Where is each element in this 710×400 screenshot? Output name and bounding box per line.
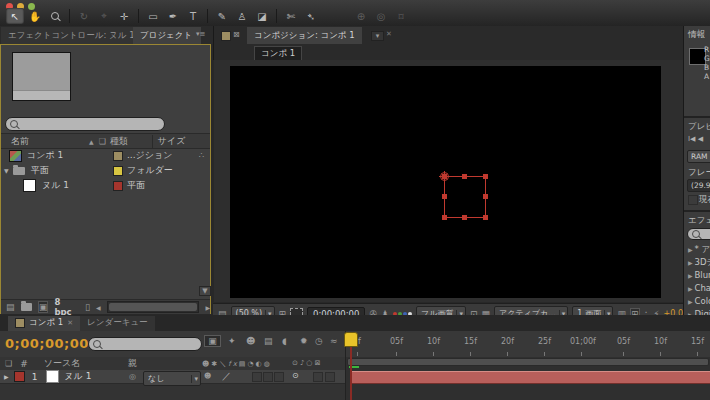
scroll-right-icon[interactable]: ▶	[205, 304, 210, 311]
sort-asc-icon[interactable]: ▲	[89, 138, 94, 145]
effects-category[interactable]: ▶ Colo	[688, 296, 710, 306]
column-type[interactable]: 種類	[110, 135, 128, 148]
current-time-indicator-handle[interactable]	[344, 332, 358, 347]
zoom-tool-icon[interactable]	[46, 8, 64, 24]
tab-effect-controls[interactable]: エフェクトコントロール: ヌル 1	[1, 27, 133, 44]
project-row-comp1[interactable]: コンポ 1 ...ジション ∴	[1, 148, 210, 163]
tab-preview[interactable]: プレビ	[688, 121, 710, 133]
layer-expand-icon[interactable]: ▶	[4, 373, 9, 380]
framerate-value-dropdown[interactable]: (29.97	[687, 179, 710, 192]
quality-switch-icon[interactable]: ／	[222, 370, 231, 383]
layer-row-null1[interactable]: ▶ 1 ヌル 1 ◎ なし▾ ☻ ／ ⊙	[0, 370, 345, 384]
eraser-tool-icon[interactable]: ◪	[253, 8, 271, 24]
interpret-footage-icon[interactable]: ▤	[6, 302, 15, 312]
tab-composition[interactable]: コンポジション: コンポ 1	[247, 27, 362, 44]
parent-dropdown[interactable]: なし▾	[143, 371, 201, 386]
project-column-header[interactable]: 名前 ▲ ❏ 種類 サイズ	[1, 133, 210, 149]
item-name[interactable]: コンポ 1	[27, 149, 63, 162]
new-composition-icon[interactable]: ▣	[38, 301, 49, 313]
switch-cell[interactable]	[252, 372, 262, 382]
item-name[interactable]: 平面	[31, 164, 49, 177]
tab-timeline-comp1[interactable]: コンポ 1 ✕	[8, 316, 80, 331]
project-search-input[interactable]	[5, 117, 165, 131]
column-size[interactable]: サイズ	[152, 135, 186, 148]
tab-info[interactable]: 情報	[688, 29, 705, 41]
effects-category[interactable]: ▶ * アニ	[688, 244, 710, 256]
graph-editor-icon[interactable]: ≈	[330, 336, 338, 346]
trash-icon[interactable]: ▯	[85, 302, 90, 312]
parent-pickwhip-icon[interactable]: ◎	[129, 372, 136, 381]
frame-blend-icon[interactable]: ▤	[264, 336, 273, 346]
bit-depth-button[interactable]: 8 bpc	[54, 297, 79, 317]
shy-layers-icon[interactable]: ☻	[246, 336, 255, 346]
layer-label-swatch[interactable]	[14, 371, 25, 382]
handle[interactable]	[483, 215, 488, 220]
handle[interactable]	[442, 215, 447, 220]
handle[interactable]	[462, 215, 467, 220]
timeline-column-header[interactable]: ❏ # ソース名 親 ☻✱＼fx▤◔◐◍ ⊙♪○⊠	[0, 357, 345, 371]
column-parent[interactable]: 親	[128, 357, 137, 370]
handle[interactable]	[483, 174, 488, 179]
project-row-solids-folder[interactable]: ▼ 平面 フォルダー	[1, 163, 210, 178]
column-number[interactable]: #	[20, 359, 28, 369]
label-color-swatch[interactable]	[113, 166, 123, 176]
scrollbar-down-icon[interactable]: ▼	[199, 286, 211, 296]
motion-blur-icon[interactable]: ◖	[282, 336, 287, 346]
scroll-left-icon[interactable]: ◀	[96, 304, 101, 311]
pan-behind-tool-icon[interactable]: ✛	[115, 8, 133, 24]
column-name[interactable]: 名前	[11, 135, 29, 148]
handle[interactable]	[462, 174, 467, 179]
current-time-indicator-line[interactable]	[350, 344, 352, 400]
effects-category[interactable]: ▶ 3Dチ	[688, 257, 710, 269]
shy-switch-icon[interactable]: ☻	[204, 372, 211, 380]
switch-cell[interactable]	[274, 372, 284, 382]
from-current-time-checkbox[interactable]	[688, 195, 698, 205]
anchor-point-icon[interactable]	[440, 172, 449, 181]
horizontal-scrollbar[interactable]	[107, 301, 200, 313]
time-ruler[interactable]: 0f 05f 10f 15f 20f 25f 01;00f 05f 10f 15…	[345, 331, 710, 357]
mask-shape-tool-icon[interactable]: ▭	[144, 8, 162, 24]
comp-tab-close-icon[interactable]: ✕	[386, 30, 392, 38]
transport-controls-icon[interactable]: Ⅰ◀ ◀	[688, 135, 703, 143]
comp-tab-dropdown-icon[interactable]: ▾	[371, 31, 384, 41]
selection-tool-icon[interactable]: ↖	[6, 8, 24, 24]
brainstorm-icon[interactable]: ✹	[300, 336, 308, 346]
label-color-swatch[interactable]	[113, 181, 123, 191]
auto-keyframe-icon[interactable]: ◷	[315, 336, 323, 346]
draft-3d-icon[interactable]: ✦	[228, 336, 236, 346]
expand-arrow-icon[interactable]: ▼	[4, 167, 9, 174]
label-color-swatch[interactable]	[113, 151, 123, 161]
handle[interactable]	[442, 194, 447, 199]
timeline-search-input[interactable]	[88, 337, 202, 351]
av-cell[interactable]	[313, 372, 323, 382]
effects-search-input[interactable]	[687, 228, 710, 240]
camera-tool-icon[interactable]: ⌖	[95, 8, 113, 24]
project-row-null1[interactable]: ヌル 1 平面	[1, 178, 210, 193]
switch-cell[interactable]	[263, 372, 273, 382]
puppet-pin-tool-icon[interactable]: ➴	[302, 8, 320, 24]
roto-brush-tool-icon[interactable]: ✄	[282, 8, 300, 24]
null-object-selection[interactable]	[444, 176, 486, 218]
ram-preview-button[interactable]: RAM	[687, 150, 710, 163]
rotation-tool-icon[interactable]: ↻	[75, 8, 93, 24]
panel-menu-icon[interactable]: ▾≡	[196, 30, 205, 38]
layer-duration-bar[interactable]	[352, 371, 710, 384]
work-area-bar[interactable]	[347, 358, 709, 366]
handle[interactable]	[483, 194, 488, 199]
tab-project[interactable]: プロジェクト	[133, 27, 201, 44]
close-tab-icon[interactable]: ✕	[67, 319, 73, 327]
item-name[interactable]: ヌル 1	[42, 179, 69, 192]
av-cell[interactable]	[325, 372, 335, 382]
hand-tool-icon[interactable]: ✋	[26, 8, 44, 24]
label-column-icon[interactable]: ❏	[99, 137, 106, 146]
clone-stamp-tool-icon[interactable]: ♙	[233, 8, 251, 24]
timeline-timecode[interactable]: 0;00;00;00	[5, 336, 89, 351]
tab-effects-presets[interactable]: エフェ	[688, 215, 710, 227]
effects-category[interactable]: ▶ Chan	[688, 283, 710, 293]
pen-tool-icon[interactable]: ✒	[164, 8, 182, 24]
column-source-name[interactable]: ソース名	[44, 357, 80, 370]
new-folder-icon[interactable]	[21, 303, 32, 311]
comp-mini-flowchart-button[interactable]: ▣	[204, 335, 221, 347]
label-column-icon[interactable]: ❏	[5, 359, 12, 368]
effects-category[interactable]: ▶ Blur &	[688, 270, 710, 280]
